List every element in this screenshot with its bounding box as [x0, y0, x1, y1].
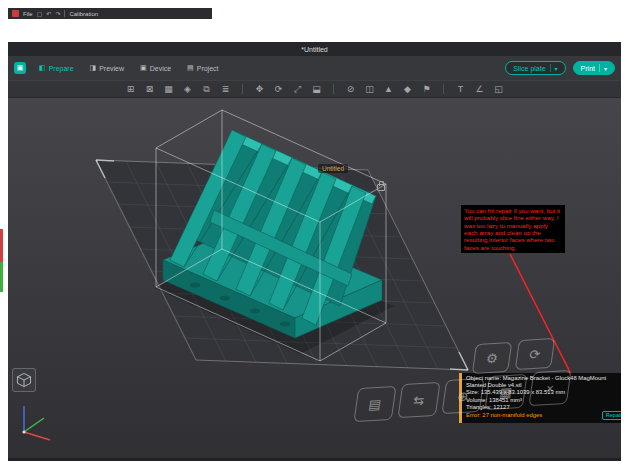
top-menu-strip: File ▢ ↶ ↷ Calibration: [8, 8, 212, 19]
tab-project[interactable]: ▤ Project: [180, 56, 225, 80]
redo-icon[interactable]: ↷: [55, 10, 60, 17]
tab-prepare-label: Prepare: [49, 65, 74, 72]
repair-button[interactable]: Repair: [602, 411, 621, 420]
axes-indicator: [10, 398, 56, 448]
assembly-view-icon[interactable]: ◱: [492, 82, 505, 96]
variable-layer-height-icon[interactable]: ≣: [219, 82, 232, 96]
cut-icon[interactable]: ⊘: [344, 82, 357, 96]
slice-plate-button[interactable]: Slice plate ▾: [505, 61, 565, 75]
plate-delete-icon[interactable]: ×: [528, 370, 571, 406]
plate-settings-icon[interactable]: ▦: [484, 374, 527, 410]
text-icon[interactable]: T: [454, 82, 467, 96]
tab-project-label: Project: [197, 65, 219, 72]
preview-icon: ◨: [90, 64, 97, 72]
tab-device[interactable]: ▣ Device: [133, 56, 178, 80]
slice-plate-label: Slice plate: [513, 65, 545, 72]
main-toolbar: ⊞ ⊠ ▦ ◈ ⧉ ≣ ✥ ⟳ ⤢ ⬓ ⊘ ◫ ▲ ◆ ⚑ T ∠ ◱: [8, 80, 621, 98]
split-icon[interactable]: ⧉: [200, 82, 213, 96]
annotation-note: You can hit repair if you want, but it w…: [461, 205, 565, 253]
plate-add-icon[interactable]: ⊕: [441, 378, 484, 414]
arrange-icon[interactable]: ▦: [162, 82, 175, 96]
window-icon[interactable]: ▢: [37, 10, 43, 17]
object-error-line: Error: 27 non-manifold edges: [466, 412, 542, 419]
menu-file[interactable]: File: [23, 11, 33, 17]
x-axis-edge-bar: [0, 229, 3, 262]
scale-icon[interactable]: ⤢: [291, 82, 304, 96]
tab-bar: ▣ ◧ Prepare ◨ Preview ▣ Device ▤ Project…: [8, 56, 621, 80]
print-label: Print: [581, 65, 595, 72]
cube-icon: [15, 371, 33, 389]
add-plate-icon[interactable]: ⊠: [143, 82, 156, 96]
move-icon[interactable]: ✥: [253, 82, 266, 96]
navigation-cube[interactable]: [12, 368, 36, 392]
slicer-main-window: *Untitled ▣ ◧ Prepare ◨ Preview ▣ Device…: [8, 42, 621, 461]
auto-orient-icon[interactable]: ◈: [181, 82, 194, 96]
project-icon: ▤: [187, 64, 194, 72]
print-dropdown-chevron-icon[interactable]: ▾: [604, 65, 607, 72]
device-icon: ▣: [140, 64, 147, 72]
plate-gear-icon[interactable]: ⚙: [472, 342, 512, 374]
plate-name-tag[interactable]: Untitled: [318, 164, 348, 173]
toolbar-separator: [443, 84, 444, 94]
app-logo-icon: ▣: [14, 62, 26, 74]
measure-icon[interactable]: ∠: [473, 82, 486, 96]
tab-device-label: Device: [150, 65, 171, 72]
y-axis-edge-bar: [0, 262, 3, 292]
plate-orient-icon[interactable]: ⟳: [515, 338, 555, 370]
slice-dropdown-chevron-icon[interactable]: ▾: [555, 65, 558, 72]
prepare-icon: ◧: [39, 64, 46, 72]
3d-viewport[interactable]: Untitled You can hit repair if you want,…: [8, 98, 621, 458]
tab-prepare[interactable]: ◧ Prepare: [32, 56, 81, 80]
plate-arrange-icon[interactable]: ⇆: [397, 382, 440, 418]
add-icon[interactable]: ⊞: [124, 82, 137, 96]
mesh-boolean-icon[interactable]: ◫: [363, 82, 376, 96]
undo-icon[interactable]: ↶: [46, 10, 51, 17]
print-button[interactable]: Print ▾: [573, 61, 615, 75]
support-painting-icon[interactable]: ▲: [382, 82, 395, 96]
app-logo-red-icon: [12, 10, 19, 17]
window-title: *Untitled: [301, 46, 327, 53]
menu-calibration[interactable]: Calibration: [69, 11, 98, 17]
plate-lock-icon[interactable]: [377, 184, 385, 191]
seam-painting-icon[interactable]: ⚑: [420, 82, 433, 96]
slicer-app-screen: File ▢ ↶ ↷ Calibration *Untitled ▣ ◧ Pre…: [0, 0, 628, 472]
tab-preview[interactable]: ◨ Preview: [83, 56, 132, 80]
window-titlebar: *Untitled: [8, 42, 621, 56]
toolbar-separator: [333, 84, 334, 94]
menu-separator: [64, 10, 65, 17]
toolbar-separator: [242, 84, 243, 94]
color-painting-icon[interactable]: ◆: [401, 82, 414, 96]
plate-label-icon[interactable]: ▤: [353, 386, 396, 422]
tab-preview-label: Preview: [99, 65, 124, 72]
rotate-icon[interactable]: ⟳: [272, 82, 285, 96]
status-bar: [8, 458, 621, 461]
lay-on-face-icon[interactable]: ⬓: [310, 82, 323, 96]
